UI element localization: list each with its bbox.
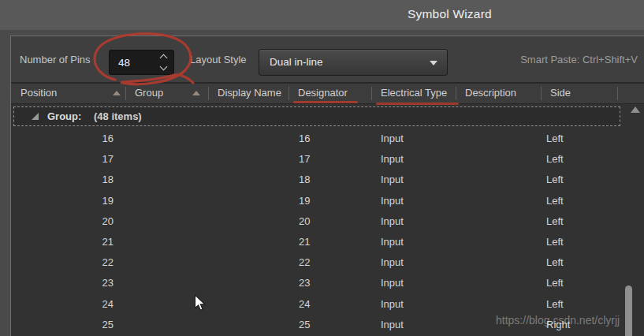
table-row[interactable]: 20 20 Input Left	[11, 211, 644, 232]
group-collapse-icon[interactable]	[32, 113, 39, 120]
cell-electrical-type[interactable]: Input	[371, 298, 456, 310]
chevron-up-icon	[160, 54, 168, 62]
cell-position[interactable]: 24	[11, 298, 125, 310]
cell-designator[interactable]: 25	[288, 319, 371, 330]
column-separator[interactable]	[617, 87, 618, 100]
cell-designator[interactable]: 19	[288, 195, 371, 207]
symbol-wizard-window: { "window": { "title": "Symbol Wizard" }…	[0, 0, 644, 336]
column-header-group[interactable]: Group	[125, 87, 163, 99]
cell-designator[interactable]: 20	[288, 215, 371, 227]
scrollbar-thumb[interactable]	[625, 286, 632, 336]
column-header-side[interactable]: Side	[541, 87, 571, 99]
cell-designator[interactable]: 17	[288, 153, 371, 165]
group-area: Group: (48 items)	[11, 105, 644, 129]
title-bar: Symbol Wizard	[0, 0, 644, 30]
cell-side[interactable]: Left	[541, 298, 635, 310]
cell-electrical-type[interactable]: Input	[371, 256, 456, 268]
sort-ascending-icon[interactable]	[113, 91, 121, 95]
cell-position[interactable]: 19	[11, 195, 125, 207]
column-header-electrical-type[interactable]: Electrical Type	[371, 87, 447, 99]
scroll-up-icon[interactable]	[631, 106, 640, 113]
cell-side[interactable]: Left	[541, 236, 635, 248]
cell-side[interactable]: Left	[541, 215, 635, 227]
layout-style-dropdown[interactable]: Dual in-line	[259, 49, 448, 76]
column-header-description[interactable]: Description	[456, 87, 516, 99]
group-row-count: (48 items)	[94, 110, 142, 122]
cell-position[interactable]: 16	[11, 133, 125, 144]
cell-electrical-type[interactable]: Input	[371, 153, 456, 165]
cell-position[interactable]: 20	[11, 215, 125, 227]
layout-style-value: Dual in-line	[270, 56, 323, 68]
cell-electrical-type[interactable]: Input	[371, 195, 456, 207]
spinner-buttons	[158, 52, 170, 73]
table-row[interactable]: 16 16 Input Left	[11, 129, 644, 149]
cell-electrical-type[interactable]: Input	[371, 277, 456, 289]
number-of-pins-input[interactable]	[110, 50, 157, 74]
cell-electrical-type[interactable]: Input	[371, 174, 456, 185]
column-header-display-name[interactable]: Display Name	[208, 87, 281, 99]
group-row[interactable]: Group: (48 items)	[13, 106, 620, 126]
cell-designator[interactable]: 22	[288, 256, 371, 268]
number-of-pins-label: Number of Pins	[20, 54, 91, 65]
column-header-position[interactable]: Position	[11, 87, 57, 99]
cell-side[interactable]: Left	[541, 195, 635, 207]
cell-designator[interactable]: 16	[288, 133, 371, 144]
cell-position[interactable]: 22	[11, 256, 125, 268]
cell-side[interactable]: Left	[541, 277, 635, 289]
cell-side[interactable]: Left	[541, 153, 635, 165]
layout-style-label: Layout Style	[190, 54, 247, 65]
table-row[interactable]: 21 21 Input Left	[11, 232, 644, 252]
cell-electrical-type[interactable]: Input	[371, 215, 456, 227]
cell-position[interactable]: 18	[11, 174, 125, 185]
table-row[interactable]: 24 24 Input Left	[11, 294, 644, 315]
cell-designator[interactable]: 23	[288, 277, 371, 289]
cell-designator[interactable]: 18	[288, 174, 371, 185]
cell-position[interactable]: 25	[11, 319, 125, 330]
toolbar: Number of Pins Layout Style Dual in-line…	[11, 36, 644, 84]
symbol-wizard-panel: Number of Pins Layout Style Dual in-line…	[10, 35, 644, 336]
table-row[interactable]: 19 19 Input Left	[11, 191, 644, 211]
grid-header: Position Group Display Name Designator E…	[11, 84, 644, 104]
table-row[interactable]: 17 17 Input Left	[11, 149, 644, 170]
number-of-pins-spinner[interactable]	[109, 50, 174, 75]
chevron-down-icon	[160, 63, 168, 71]
sort-ascending-icon[interactable]	[192, 91, 200, 95]
spinner-up-button[interactable]	[158, 52, 170, 62]
cell-electrical-type[interactable]: Input	[371, 236, 456, 248]
cell-position[interactable]: 17	[11, 153, 125, 165]
cell-side[interactable]: Left	[541, 256, 635, 268]
spinner-down-button[interactable]	[158, 63, 170, 73]
cell-electrical-type[interactable]: Input	[371, 319, 456, 330]
table-row[interactable]: 18 18 Input Left	[11, 170, 644, 190]
grid-rows: 16 16 Input Left 17 17 Input Left 18 18 …	[11, 129, 644, 336]
dropdown-arrow-icon	[430, 61, 437, 65]
cell-side[interactable]: Left	[541, 174, 635, 185]
watermark: https://blog.csdn.net/clyrjj	[496, 314, 620, 327]
cell-electrical-type[interactable]: Input	[371, 133, 456, 144]
cell-side[interactable]: Left	[541, 133, 635, 144]
table-row[interactable]: 23 23 Input Left	[11, 273, 644, 293]
cell-designator[interactable]: 24	[288, 298, 371, 310]
smart-paste-hint: Smart Paste: Ctrl+Shift+V	[520, 54, 638, 65]
cell-designator[interactable]: 21	[288, 236, 371, 248]
annotation-underline-designator	[293, 101, 358, 103]
cell-position[interactable]: 23	[11, 277, 125, 289]
group-row-label: Group:	[47, 110, 81, 122]
window-title: Symbol Wizard	[408, 7, 492, 21]
cell-position[interactable]: 21	[11, 236, 125, 248]
table-row[interactable]: 22 22 Input Left	[11, 252, 644, 273]
column-header-designator[interactable]: Designator	[288, 87, 348, 99]
